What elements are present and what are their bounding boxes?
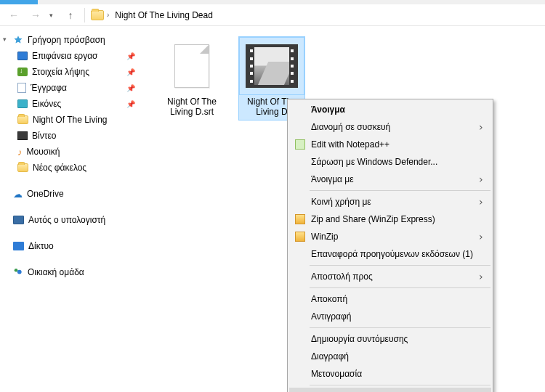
menu-label: Δημιουργία συντόμευσης (311, 334, 408, 344)
menu-open-with[interactable]: Άνοιγμα με› (289, 171, 491, 188)
star-icon (13, 35, 23, 45)
sidebar-item-desktop[interactable]: Επιφάνεια εργασ 📌 (0, 48, 145, 64)
sidebar-network[interactable]: Δίκτυο (0, 238, 145, 254)
pc-icon (13, 216, 24, 224)
menu-properties[interactable]: Ιδιότητες (3) (289, 388, 491, 392)
file-thumbnail (159, 37, 225, 95)
menu-separator (310, 265, 490, 266)
chevron-right-icon[interactable]: › (107, 11, 109, 19)
chevron-right-icon: › (478, 173, 484, 185)
sidebar-item-videos[interactable]: Βίντεο (0, 128, 145, 144)
menu-separator (310, 385, 490, 385)
sidebar-item-documents[interactable]: Έγγραφα 📌 (0, 80, 145, 96)
pin-icon: 📌 (126, 100, 135, 108)
file-item-subtitle[interactable]: Night Of The Living D.srt (158, 36, 225, 118)
sidebar-item-label: Μουσική (27, 147, 60, 157)
up-button[interactable]: ↑ (62, 7, 78, 23)
menu-scan-defender[interactable]: Σάρωση με Windows Defender... (289, 153, 491, 171)
menu-restore-previous[interactable]: Επαναφορά προηγούμενων εκδόσεων (1) (289, 245, 491, 263)
breadcrumb-folder[interactable]: Night Of The Living Dead (112, 8, 216, 23)
sidebar-item-folder[interactable]: Νέος φάκελος (0, 160, 145, 176)
sidebar-onedrive[interactable]: ☁ OneDrive (0, 186, 145, 202)
chevron-right-icon: › (478, 231, 484, 242)
menu-label: Αποστολή προς (311, 271, 373, 282)
menu-winzip[interactable]: WinZip› (289, 228, 491, 245)
back-button[interactable]: ← (6, 7, 22, 23)
menu-separator (310, 190, 490, 191)
chevron-right-icon: › (478, 271, 484, 282)
navigation-toolbar: ← → ▾ ↑ › Night Of The Living Dead (0, 4, 545, 26)
menu-create-shortcut[interactable]: Δημιουργία συντόμευσης (289, 330, 491, 348)
music-icon: ♪ (17, 147, 23, 158)
menu-label: Αποκοπή (311, 294, 347, 304)
sidebar-homegroup[interactable]: Οικιακή ομάδα (0, 264, 145, 280)
sidebar-quick-access[interactable]: ▾ Γρήγορη πρόσβαση (0, 32, 145, 48)
svg-point-1 (17, 269, 22, 274)
svg-point-0 (15, 268, 18, 271)
sidebar-item-pictures[interactable]: Εικόνες 📌 (0, 96, 145, 112)
documents-icon (17, 83, 26, 93)
menu-cut[interactable]: Αποκοπή (289, 290, 491, 308)
network-icon (13, 242, 24, 250)
breadcrumb[interactable]: › Night Of The Living Dead (91, 8, 216, 23)
text-file-icon (174, 44, 209, 88)
sidebar-item-label: OneDrive (27, 189, 64, 199)
sidebar-item-label: Οικιακή ομάδα (28, 267, 84, 277)
sidebar-item-label: Επιφάνεια εργασ (32, 51, 97, 61)
pin-icon: 📌 (126, 84, 135, 92)
menu-separator (310, 327, 490, 328)
homegroup-icon (13, 266, 23, 279)
menu-label: Κοινή χρήση με (311, 197, 371, 207)
menu-label: Άνοιγμα με (311, 174, 354, 184)
menu-edit-notepadpp[interactable]: Edit with Notepad++ (289, 136, 491, 153)
context-menu: Άνοιγμα Διανομή σε συσκευή› Edit with No… (287, 99, 493, 392)
navigation-sidebar: ▾ Γρήγορη πρόσβαση Επιφάνεια εργασ 📌 Στο… (0, 26, 145, 392)
sidebar-item-label: Δίκτυο (28, 241, 54, 251)
menu-open[interactable]: Άνοιγμα (289, 101, 491, 118)
forward-button[interactable]: → (28, 7, 44, 23)
folder-icon (17, 163, 28, 172)
sidebar-item-label: Βίντεο (32, 131, 56, 141)
video-file-icon (246, 44, 298, 88)
menu-label: Zip and Share (WinZip Express) (311, 214, 435, 224)
menu-zip-and-share[interactable]: Zip and Share (WinZip Express) (289, 211, 491, 228)
sidebar-item-label: Νέος φάκελος (33, 163, 86, 173)
sidebar-item-folder[interactable]: Night Of The Living (0, 112, 145, 128)
winzip-icon (294, 213, 307, 226)
file-thumbnail (239, 37, 304, 95)
desktop-icon (17, 52, 28, 60)
cloud-icon: ☁ (13, 189, 23, 200)
sidebar-item-label: Εικόνες (32, 99, 61, 109)
active-tab-indicator (0, 0, 38, 4)
pin-icon: 📌 (126, 68, 135, 76)
chevron-right-icon: › (478, 196, 484, 208)
menu-cast-to-device[interactable]: Διανομή σε συσκευή› (289, 118, 491, 136)
folder-icon (91, 10, 104, 20)
sidebar-item-label: Γρήγορη πρόσβαση (28, 35, 105, 45)
menu-label: Επαναφορά προηγούμενων εκδόσεων (1) (311, 249, 473, 259)
menu-label: Σάρωση με Windows Defender... (311, 157, 437, 167)
menu-separator (310, 287, 490, 288)
chevron-down-icon[interactable]: ▾ (3, 36, 7, 43)
menu-label: Διαγραφή (311, 351, 349, 362)
chevron-right-icon: › (478, 121, 484, 133)
sidebar-item-music[interactable]: ♪ Μουσική (0, 144, 145, 160)
menu-rename[interactable]: Μετονομασία (289, 365, 491, 383)
sidebar-item-label: Night Of The Living (33, 115, 108, 125)
folder-icon (17, 115, 28, 124)
menu-delete[interactable]: Διαγραφή (289, 348, 491, 365)
menu-label: Άνοιγμα (311, 105, 345, 115)
toolbar-separator (84, 8, 85, 23)
file-name: Night Of The Living D.srt (159, 97, 225, 117)
sidebar-item-downloads[interactable]: Στοιχεία λήψης 📌 (0, 64, 145, 80)
videos-icon (17, 131, 28, 140)
sidebar-item-label: Αυτός ο υπολογιστή (28, 215, 105, 225)
notepadpp-icon (294, 138, 307, 151)
pictures-icon (17, 99, 28, 108)
menu-send-to[interactable]: Αποστολή προς› (289, 268, 491, 285)
menu-copy[interactable]: Αντιγραφή (289, 308, 491, 325)
sidebar-this-pc[interactable]: Αυτός ο υπολογιστή (0, 212, 145, 228)
menu-share-with[interactable]: Κοινή χρήση με› (289, 193, 491, 211)
menu-label: Αντιγραφή (311, 311, 351, 322)
history-dropdown[interactable]: ▾ (49, 12, 57, 19)
